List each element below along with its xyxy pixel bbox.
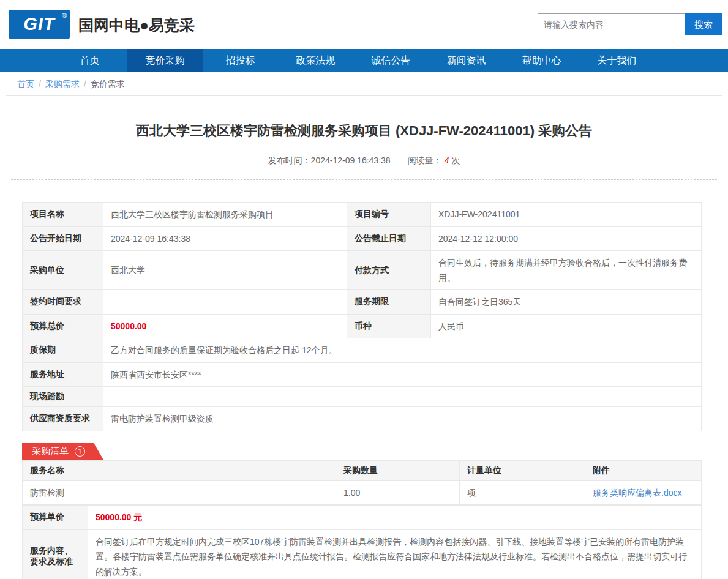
field-label: 服务地址: [23, 362, 103, 387]
nav-item-home[interactable]: 首页: [52, 49, 127, 72]
nav-item-policy[interactable]: 政策法规: [278, 49, 353, 72]
table-row: 采购单位 西北大学 付款方式 合同生效后，待服务期满并经甲方验收合格后，一次性付…: [23, 251, 702, 290]
table-row: 预算单价 50000.00 元: [23, 506, 702, 530]
nav-item-help[interactable]: 帮助中心: [504, 49, 579, 72]
field-label: 现场踏勘: [23, 387, 103, 407]
table-row: 服务内容、要求及标准 合同签订后在甲方规定时间内完成三校区107栋楼宇防雷装置检…: [23, 529, 702, 579]
table-row: 防雷检测 1.00 项 服务类响应偏离表.docx: [23, 480, 702, 505]
field-label: 采购单位: [23, 251, 103, 290]
search-input[interactable]: [538, 13, 685, 35]
field-label: 签约时间要求: [23, 290, 103, 315]
field-value: 西北大学: [103, 251, 347, 290]
field-value: 人民币: [431, 314, 702, 338]
field-label: 预算总价: [23, 314, 103, 338]
breadcrumb-separator: /: [84, 79, 86, 89]
table-row: 服务地址 陕西省西安市长安区****: [23, 362, 702, 387]
field-value: 自合同签订之日365天: [431, 290, 702, 315]
field-value: 乙方对合同服务的质量保证期为验收合格后之日起 12个月。: [103, 338, 702, 363]
unit-price-value: 50000.00 元: [88, 506, 702, 530]
table-header-row: 服务名称 采购数量 计量单位 附件: [23, 460, 702, 480]
views-label: 阅读量：: [408, 155, 442, 165]
views-unit: 次: [451, 155, 460, 165]
service-content-value: 合同签订后在甲方规定时间内完成三校区107栋楼宇防雷装置检测并出具检测报告，检测…: [88, 529, 702, 579]
item-unit: 项: [460, 480, 585, 505]
main-nav: 首页 竞价采购 招投标 政策法规 诚信公告 新闻资讯 帮助中心 关于我们: [0, 49, 728, 72]
column-header-quantity: 采购数量: [336, 460, 460, 480]
search-bar: 搜索: [538, 13, 722, 35]
dashed-divider: [11, 179, 717, 180]
field-label: 币种: [347, 314, 431, 338]
ribbon-label: 采购清单: [32, 446, 69, 457]
breadcrumb-separator: /: [39, 79, 41, 89]
page-title: 西北大学三校区楼宇防雷检测服务采购项目 (XDJJ-FW-202411001) …: [6, 122, 722, 140]
publish-time-value: 2024-12-09 16:43:38: [311, 155, 391, 165]
purchase-items-table: 服务名称 采购数量 计量单位 附件 防雷检测 1.00 项 服务类响应偏离表.d…: [22, 460, 702, 506]
table-row: 质保期 乙方对合同服务的质量保证期为验收合格后之日起 12个月。: [23, 338, 702, 363]
breadcrumb-purchase-demand[interactable]: 采购需求: [45, 79, 80, 89]
search-button[interactable]: 搜索: [685, 13, 722, 35]
table-row: 公告开始日期 2024-12-09 16:43:38 公告截止日期 2024-1…: [23, 226, 702, 251]
field-value: [103, 387, 702, 407]
column-header-attachment: 附件: [585, 460, 702, 480]
table-row: 现场踏勘: [23, 387, 702, 407]
ribbon-count-badge: 1: [75, 446, 85, 457]
publish-time-label: 发布时间：: [268, 155, 311, 165]
purchase-detail-table: 预算单价 50000.00 元 服务内容、要求及标准 合同签订后在甲方规定时间内…: [22, 505, 702, 579]
logo-text: GIT: [23, 14, 54, 34]
purchase-list-ribbon: 采购清单 1: [22, 443, 103, 460]
field-value: 合同生效后，待服务期满并经甲方验收合格后，一次性付清服务费用。: [431, 251, 702, 290]
field-label: 公告开始日期: [23, 226, 103, 251]
nav-item-bidding-purchase[interactable]: 竞价采购: [127, 49, 203, 72]
nav-item-about[interactable]: 关于我们: [579, 49, 655, 72]
field-label: 质保期: [23, 338, 103, 363]
field-value: 2024-12-09 16:43:38: [103, 226, 347, 251]
table-row: 预算总价 50000.00 币种 人民币: [23, 314, 702, 338]
field-label: 项目名称: [23, 203, 103, 227]
field-label: 预算单价: [23, 506, 88, 530]
table-row: 签约时间要求 服务期限 自合同签订之日365天: [23, 290, 702, 315]
column-header-unit: 计量单位: [460, 460, 585, 480]
item-service-name: 防雷检测: [23, 480, 336, 505]
field-label: 供应商资质要求: [23, 407, 103, 431]
nav-item-news[interactable]: 新闻资讯: [429, 49, 504, 72]
field-label: 公告截止日期: [347, 226, 431, 251]
field-value: [103, 290, 347, 315]
budget-total-value: 50000.00: [103, 314, 347, 338]
field-value: XDJJ-FW-202411001: [431, 203, 702, 227]
field-label: 服务内容、要求及标准: [23, 529, 88, 579]
field-label: 项目编号: [347, 203, 431, 227]
nav-item-integrity[interactable]: 诚信公告: [353, 49, 429, 72]
nav-item-tender[interactable]: 招投标: [203, 49, 278, 72]
field-value: 陕西省西安市长安区****: [103, 362, 702, 387]
field-value: 西北大学三校区楼宇防雷检测服务采购项目: [103, 203, 347, 227]
field-label: 付款方式: [347, 251, 431, 290]
breadcrumb-home[interactable]: 首页: [17, 79, 34, 89]
column-header-service-name: 服务名称: [23, 460, 336, 480]
site-header: GIT ® 国网中电●易竞采 搜索: [0, 0, 728, 49]
field-label: 服务期限: [347, 290, 431, 315]
breadcrumb: 首页/采购需求/竞价需求: [0, 72, 728, 95]
field-value: 2024-12-12 12:00:00: [431, 226, 702, 251]
registered-trademark-icon: ®: [62, 12, 67, 19]
brand-title: 国网中电●易竞采: [78, 15, 195, 35]
project-info-table: 项目名称 西北大学三校区楼宇防雷检测服务采购项目 项目编号 XDJJ-FW-20…: [22, 202, 702, 431]
views-count: 4: [445, 155, 449, 165]
table-row: 供应商资质要求 雷电防护装置检测甲级资质: [23, 407, 702, 431]
breadcrumb-current: 竞价需求: [91, 79, 125, 89]
publish-meta: 发布时间：2024-12-09 16:43:38阅读量：4次: [6, 155, 722, 166]
site-logo[interactable]: GIT ®: [9, 10, 70, 39]
notice-card: 西北大学三校区楼宇防雷检测服务采购项目 (XDJJ-FW-202411001) …: [6, 95, 722, 579]
field-value: 雷电防护装置检测甲级资质: [103, 407, 702, 431]
table-row: 项目名称 西北大学三校区楼宇防雷检测服务采购项目 项目编号 XDJJ-FW-20…: [23, 203, 702, 227]
item-quantity: 1.00: [336, 480, 460, 505]
attachment-link[interactable]: 服务类响应偏离表.docx: [593, 488, 681, 498]
